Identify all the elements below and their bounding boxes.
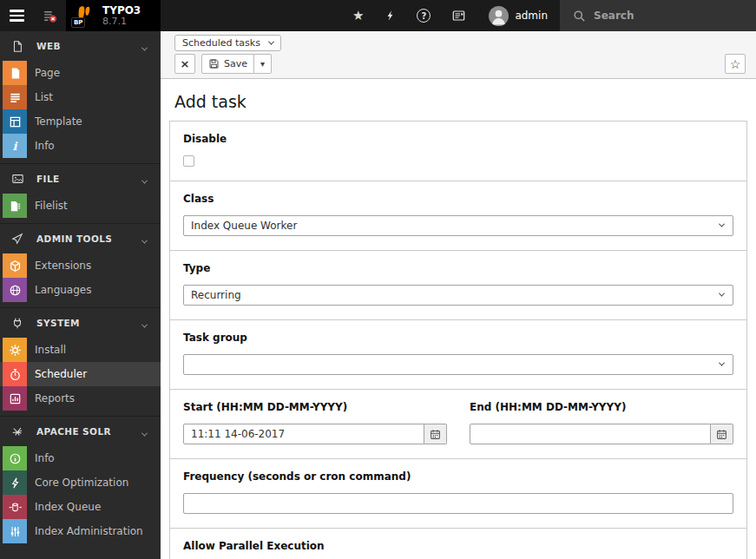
search-icon — [573, 10, 586, 23]
bookmark-button[interactable]: ☆ — [725, 54, 746, 74]
extensions-module-icon — [3, 253, 27, 278]
topbar: BP TYPO3 8.7.1 ★ ? — [0, 0, 756, 31]
type-select[interactable]: Recurring — [183, 285, 733, 306]
sidebar-item-core-optimization[interactable]: Core Optimization — [0, 470, 161, 495]
sidebar-section-apache-solr[interactable]: APACHE SOLR — [0, 417, 161, 446]
typo3-logo-icon: BP — [73, 4, 96, 28]
section-system: SYSTEM Install Scheduler Reports — [0, 307, 161, 416]
workspace-cache-button[interactable] — [33, 0, 66, 31]
username: admin — [515, 10, 548, 22]
install-module-icon — [3, 338, 27, 362]
brand-name: TYPO3 — [102, 5, 141, 16]
index-administration-module-icon — [3, 519, 27, 543]
section-apache-solr: APACHE SOLR Info Core Optimization Ind — [0, 416, 161, 549]
solr-info-module-icon — [3, 446, 27, 470]
task-group-section: Task group — [170, 319, 746, 389]
sidebar-section-web[interactable]: WEB — [0, 31, 161, 61]
section-web: WEB Page List Template — [0, 31, 161, 163]
section-admin-tools: ADMIN TOOLS Extensions Languages — [0, 223, 161, 307]
chevron-down-icon — [142, 424, 147, 440]
star-icon: ★ — [352, 8, 364, 23]
sidebar-item-list[interactable]: List — [0, 85, 161, 109]
floppy-icon — [208, 58, 220, 69]
type-label: Type — [183, 262, 733, 274]
systeminformation-button[interactable] — [441, 0, 477, 31]
disable-section: Disable — [170, 122, 746, 181]
sidebar-item-languages[interactable]: Languages — [0, 278, 161, 302]
frequency-label: Frequency (seconds or cron command) — [183, 470, 733, 483]
web-section-icon — [5, 40, 30, 53]
search-box[interactable]: Search — [560, 0, 756, 31]
sidebar-section-file[interactable]: FILE — [0, 164, 161, 194]
chevron-down-icon — [142, 315, 147, 332]
sidebar-item-index-queue[interactable]: Index Queue — [0, 495, 161, 519]
class-label: Class — [183, 193, 733, 205]
system-section-icon — [5, 317, 30, 330]
end-calendar-button[interactable] — [711, 424, 733, 444]
scheduler-view-select[interactable]: Scheduled tasks — [174, 35, 281, 51]
class-section: Class Index Queue Worker — [170, 181, 746, 250]
topbar-header: BP TYPO3 8.7.1 — [0, 0, 161, 31]
menu-toggle-button[interactable] — [0, 0, 33, 31]
sidebar-section-system[interactable]: SYSTEM — [0, 308, 161, 338]
start-input[interactable] — [183, 424, 424, 444]
end-input[interactable] — [470, 424, 711, 444]
page-module-icon — [3, 61, 27, 85]
type-section: Type Recurring — [170, 250, 746, 319]
chevron-down-icon — [719, 360, 725, 366]
help-icon: ? — [417, 9, 431, 23]
star-outline-icon: ☆ — [730, 57, 741, 71]
sidebar-item-filelist[interactable]: Filelist — [0, 194, 161, 218]
admin-tools-section-icon — [5, 233, 30, 245]
section-file: FILE Filelist — [0, 163, 161, 223]
start-end-section: Start (HH:MM DD-MM-YYYY) — [170, 389, 746, 458]
shortcuts-button[interactable]: ★ — [342, 0, 374, 31]
sidebar-section-admin-tools[interactable]: ADMIN TOOLS — [0, 224, 161, 253]
save-options-button[interactable]: ▾ — [254, 54, 272, 74]
class-select[interactable]: Index Queue Worker — [183, 215, 733, 236]
search-placeholder: Search — [594, 10, 634, 22]
list-module-icon — [3, 85, 27, 109]
languages-module-icon — [3, 278, 27, 302]
file-section-icon — [5, 173, 30, 185]
chevron-down-icon — [142, 171, 147, 187]
sidebar-item-reports[interactable]: Reports — [0, 386, 161, 411]
sidebar-item-page[interactable]: Page — [0, 61, 161, 85]
sidebar-item-template[interactable]: Template — [0, 109, 161, 134]
hamburger-icon — [10, 10, 24, 22]
index-queue-module-icon — [3, 495, 27, 519]
sidebar-item-install[interactable]: Install — [0, 338, 161, 362]
end-label: End (HH:MM DD-MM-YYYY) — [470, 401, 733, 413]
list-badge-icon — [43, 9, 57, 23]
close-button[interactable]: × — [174, 54, 195, 74]
sidebar-item-solr-info[interactable]: Info — [0, 446, 161, 470]
clear-cache-button[interactable] — [374, 0, 406, 31]
task-group-select[interactable] — [183, 354, 733, 375]
template-module-icon — [3, 109, 27, 134]
core-optimization-module-icon — [3, 470, 27, 495]
filelist-module-icon — [3, 194, 27, 218]
sidebar-item-extensions[interactable]: Extensions — [0, 253, 161, 278]
help-button[interactable]: ? — [406, 0, 441, 31]
user-menu[interactable]: admin — [477, 0, 560, 31]
sidebar-item-info[interactable]: i Info — [0, 134, 161, 158]
avatar — [489, 6, 509, 26]
brand-version: 8.7.1 — [102, 16, 141, 27]
chevron-down-icon — [142, 231, 147, 247]
sidebar-item-scheduler[interactable]: Scheduler — [0, 362, 161, 386]
disable-checkbox[interactable] — [183, 155, 194, 167]
parallel-execution-label: Allow Parallel Execution — [183, 540, 733, 552]
save-button[interactable]: Save — [201, 54, 254, 74]
start-calendar-button[interactable] — [424, 424, 447, 444]
calendar-icon — [430, 429, 441, 440]
chevron-down-icon — [719, 291, 725, 297]
reports-module-icon — [3, 386, 27, 411]
calendar-icon — [716, 429, 727, 440]
sidebar-item-index-administration[interactable]: Index Administration — [0, 519, 161, 543]
disable-label: Disable — [183, 133, 733, 145]
chevron-down-icon — [719, 221, 725, 227]
frequency-input[interactable] — [183, 493, 733, 514]
info-module-icon: i — [3, 134, 27, 158]
chevron-down-icon — [268, 39, 274, 45]
typo3-logo-area[interactable]: BP TYPO3 8.7.1 — [66, 0, 161, 31]
